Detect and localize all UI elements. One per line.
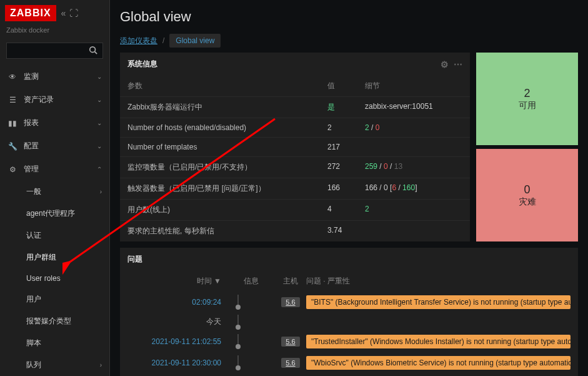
- sysinfo-param: 要求的主机性能, 每秒新信: [127, 226, 327, 236]
- sysinfo-param: Zabbix服务器端运行中: [127, 102, 327, 113]
- widget-problems: 问题 时间 ▼ 信息 主机 问题 · 严重性 02:09:245.6"BITS"…: [120, 248, 578, 376]
- subnav-proxies[interactable]: agent代理程序: [0, 203, 109, 225]
- sysinfo-param: Number of hosts (enabled/disabled): [127, 123, 327, 132]
- sysinfo-detail: 2: [365, 205, 462, 215]
- problem-row: 02:09:245.6"BITS" (Background Intelligen…: [120, 292, 578, 313]
- sysinfo-row: 用户数(线上)42: [120, 199, 470, 220]
- sysinfo-param: 监控项数量（已启用/已禁用/不支持）: [127, 162, 327, 173]
- breadcrumb-current[interactable]: Global view: [169, 34, 221, 48]
- sysinfo-title: 系统信息: [127, 59, 157, 69]
- sysinfo-detail: [365, 226, 462, 236]
- chevron-right-icon: ›: [100, 188, 102, 195]
- chevron-down-icon: ⌄: [97, 96, 102, 103]
- sysinfo-row: Number of hosts (enabled/disabled)22 / 0: [120, 118, 470, 137]
- gear-icon[interactable]: ⚙: [441, 59, 449, 69]
- widget-sysinfo: 系统信息 ⚙ ⋯ 参数 值 细节 Zabbix服务器端运行中是zabbix-se…: [120, 53, 470, 241]
- problems-title: 问题: [127, 254, 142, 265]
- subnav-userroles[interactable]: User roles: [0, 268, 109, 288]
- page-title: Global view: [110, 0, 588, 29]
- sysinfo-header-param: 参数: [127, 81, 327, 91]
- list-icon: ☰: [7, 96, 17, 104]
- problem-row: 今天: [120, 313, 578, 331]
- wrench-icon: 🔧: [7, 142, 17, 151]
- chevron-up-icon: ⌃: [97, 166, 102, 173]
- nav-config[interactable]: 🔧配置 ⌄: [0, 135, 109, 158]
- sysinfo-value: 4: [327, 205, 365, 215]
- tile-available[interactable]: 2 可用: [476, 53, 578, 145]
- sysinfo-value: 272: [327, 162, 365, 173]
- sysinfo-detail: 166 / 0 [6 / 160]: [365, 183, 462, 194]
- search-input[interactable]: [6, 43, 103, 59]
- subnav-auth[interactable]: 认证: [0, 225, 109, 246]
- sysinfo-detail: zabbix-server:10051: [365, 102, 462, 113]
- today-label: 今天: [127, 317, 234, 327]
- subnav-mediatypes[interactable]: 报警媒介类型: [0, 310, 109, 332]
- sysinfo-param: Number of templates: [127, 143, 327, 151]
- breadcrumb-dashboards[interactable]: 添加仪表盘: [120, 36, 157, 46]
- logo-row: ZABBIX « ⛶: [0, 0, 109, 26]
- problem-host[interactable]: 5.6: [281, 297, 299, 307]
- sysinfo-param: 触发器数量（已启用/已禁用 [问题/正常]）: [127, 183, 327, 194]
- subnav-usergroups[interactable]: 用户群组: [0, 246, 109, 268]
- problems-header-info: 信息: [244, 276, 275, 287]
- chevron-down-icon: ⌄: [97, 119, 102, 126]
- problem-description[interactable]: "BITS" (Background Intelligent Transfer …: [306, 295, 571, 309]
- sysinfo-value: 3.74: [327, 226, 365, 236]
- sysinfo-detail: 259 / 0 / 13: [365, 162, 462, 173]
- nav-reports[interactable]: ▮▮报表 ⌄: [0, 111, 109, 135]
- sysinfo-value: 是: [327, 102, 365, 113]
- sysinfo-row: 要求的主机性能, 每秒新信3.74: [120, 220, 470, 241]
- problem-row: 2021-09-11 20:04:105.6"OneSyncSvc_17c7f7…: [120, 373, 578, 376]
- svg-line-1: [95, 51, 97, 54]
- sysinfo-row: 监控项数量（已启用/已禁用/不支持）272259 / 0 / 13: [120, 156, 470, 178]
- nav-admin[interactable]: ⚙管理 ⌃: [0, 158, 109, 181]
- problem-row: 2021-09-11 21:02:555.6"TrustedInstaller"…: [120, 331, 578, 352]
- main-content: Global view 添加仪表盘 / Global view 系统信息 ⚙ ⋯…: [110, 0, 588, 376]
- subnav-users[interactable]: 用户: [0, 288, 109, 310]
- problem-host[interactable]: 5.6: [281, 358, 299, 368]
- problem-host[interactable]: 5.6: [281, 337, 299, 347]
- problem-description[interactable]: "TrustedInstaller" (Windows Modules Inst…: [306, 335, 571, 348]
- chevron-down-icon: ⌄: [97, 73, 102, 80]
- fullscreen-icon[interactable]: ⛶: [69, 8, 78, 18]
- subnav-general[interactable]: 一般›: [0, 181, 109, 203]
- svg-point-0: [90, 46, 96, 52]
- nav-monitoring[interactable]: 👁监测 ⌄: [0, 65, 109, 88]
- sidebar: ZABBIX « ⛶ Zabbix docker 👁监测 ⌄ ☰资产记录 ⌄ ▮…: [0, 0, 110, 376]
- sysinfo-value: 166: [327, 183, 365, 194]
- problem-time[interactable]: 2021-09-11 21:02:55: [127, 337, 234, 346]
- admin-subnav: 一般› agent代理程序 认证 用户群组 User roles 用户 报警媒介…: [0, 181, 109, 376]
- chevron-down-icon: ⌄: [97, 143, 102, 150]
- breadcrumb: 添加仪表盘 / Global view: [110, 29, 588, 53]
- problems-header-problem: 问题 · 严重性: [306, 276, 571, 287]
- subnav-scripts[interactable]: 脚本: [0, 332, 109, 354]
- problem-description[interactable]: "WbioSrvc" (Windows Biometric Service) i…: [306, 356, 571, 370]
- more-icon[interactable]: ⋯: [454, 59, 462, 69]
- sysinfo-detail: 2 / 0: [365, 123, 462, 132]
- sysinfo-detail: [365, 143, 462, 151]
- problems-header-time[interactable]: 时间 ▼: [127, 276, 234, 287]
- eye-icon: 👁: [7, 73, 17, 81]
- chevron-right-icon: ›: [100, 362, 102, 368]
- sysinfo-value: 217: [327, 143, 365, 151]
- breadcrumb-sep: /: [162, 36, 164, 45]
- subnav-queue[interactable]: 队列›: [0, 354, 109, 376]
- problem-row: 2021-09-11 20:30:005.6"WbioSrvc" (Window…: [120, 352, 578, 373]
- chart-icon: ▮▮: [7, 119, 17, 128]
- collapse-icon[interactable]: «: [61, 8, 66, 18]
- sysinfo-row: Number of templates217: [120, 137, 470, 156]
- problems-header-host: 主机: [275, 276, 306, 287]
- sysinfo-header-detail: 细节: [365, 81, 462, 91]
- nav-inventory[interactable]: ☰资产记录 ⌄: [0, 88, 109, 111]
- gear-icon: ⚙: [7, 165, 17, 174]
- tile-disaster[interactable]: 0 灾难: [476, 149, 578, 241]
- sysinfo-param: 用户数(线上): [127, 205, 327, 215]
- sysinfo-row: Zabbix服务器端运行中是zabbix-server:10051: [120, 96, 470, 118]
- problem-time[interactable]: 02:09:24: [127, 298, 234, 307]
- problem-time[interactable]: 2021-09-11 20:30:00: [127, 358, 234, 367]
- search-icon: [89, 46, 97, 56]
- sysinfo-header-value: 值: [327, 81, 365, 91]
- logo[interactable]: ZABBIX: [5, 5, 56, 21]
- server-subtitle: Zabbix docker: [0, 26, 109, 39]
- sysinfo-row: 触发器数量（已启用/已禁用 [问题/正常]）166166 / 0 [6 / 16…: [120, 178, 470, 199]
